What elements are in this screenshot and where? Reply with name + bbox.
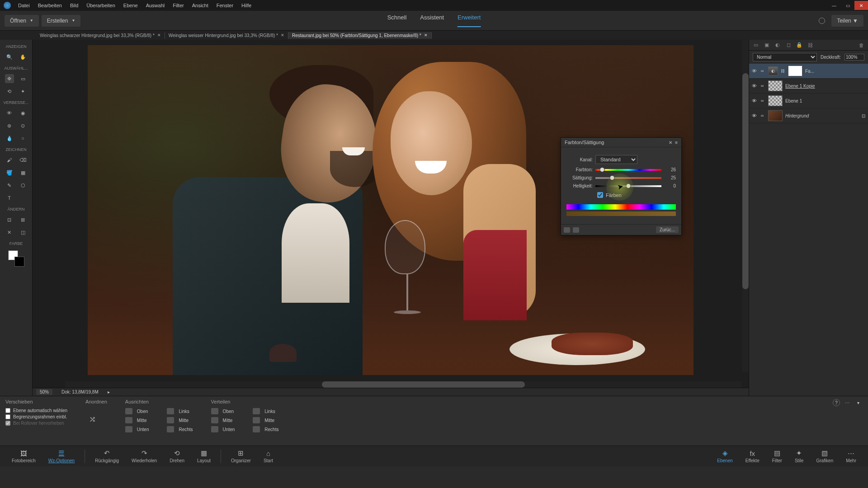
visibility-toggle-icon[interactable]: 👁 xyxy=(752,113,758,118)
home-button[interactable]: ⌂Start xyxy=(257,450,279,463)
organizer-button[interactable]: ⊞Organizer xyxy=(225,449,257,463)
layer-row[interactable]: 👁 ∞ Hintergrund ⊡ xyxy=(749,108,868,123)
adjustment-layer-icon[interactable]: ◐ xyxy=(774,42,781,48)
menu-image[interactable]: Bild xyxy=(70,3,78,8)
vertical-scrollbar[interactable] xyxy=(742,40,749,372)
menu-view[interactable]: Ansicht xyxy=(192,3,208,8)
scrollbar-thumb[interactable] xyxy=(322,381,525,388)
reset-button[interactable]: Zurüc... xyxy=(656,226,679,233)
panel-menu-icon[interactable]: ≡ xyxy=(675,140,678,145)
menu-layer[interactable]: Ebene xyxy=(123,3,138,8)
dist-center-icon[interactable] xyxy=(253,417,260,423)
menu-help[interactable]: Hilfe xyxy=(241,3,251,8)
layer-mask-icon[interactable]: ◻ xyxy=(785,42,792,48)
crop-tool-icon[interactable]: ⊡ xyxy=(5,215,14,224)
visibility-toggle-icon[interactable]: 👁 xyxy=(752,83,758,89)
background-color[interactable] xyxy=(14,257,24,267)
lock-layer-icon[interactable]: 🔒 xyxy=(796,42,802,48)
content-move-tool-icon[interactable]: ◫ xyxy=(19,228,28,237)
document-tab[interactable]: Weinglas weisser Hintergrund.jpg bei 33,… xyxy=(165,32,288,39)
dist-middle-icon[interactable] xyxy=(211,417,218,423)
marquee-tool-icon[interactable]: ▭ xyxy=(19,74,28,83)
theme-toggle-icon[interactable] xyxy=(819,18,825,24)
text-tool-icon[interactable]: T xyxy=(5,193,14,202)
align-center-icon[interactable] xyxy=(167,417,174,423)
sponge-tool-icon[interactable]: ○ xyxy=(19,134,28,143)
layer-group-icon[interactable]: ▣ xyxy=(764,42,770,48)
scrollbar-thumb[interactable] xyxy=(742,73,749,289)
link-icon[interactable]: ∞ xyxy=(761,84,765,88)
toggle-visibility-icon[interactable] xyxy=(573,227,579,233)
link-layers-icon[interactable]: ⛓ xyxy=(807,42,813,48)
delete-layer-icon[interactable]: 🗑 xyxy=(858,42,864,48)
layer-name[interactable]: Hintergrund xyxy=(785,113,859,118)
link-icon[interactable]: ∞ xyxy=(761,113,765,118)
link-icon[interactable]: ∞ xyxy=(761,69,765,73)
maximize-button[interactable]: ▭ xyxy=(841,1,854,10)
document-tab[interactable]: Restaurant.jpg bei 50% (Farbton/Sättigun… xyxy=(288,32,432,39)
lightness-value[interactable]: 0 xyxy=(664,183,676,188)
layer-thumbnail[interactable] xyxy=(768,95,783,106)
create-button[interactable]: Erstellen▼ xyxy=(42,15,81,27)
rotate-button[interactable]: ⟲Drehen xyxy=(163,449,191,463)
mode-guided[interactable]: Assistent xyxy=(420,14,444,27)
bucket-tool-icon[interactable]: 🪣 xyxy=(5,168,14,177)
link-icon[interactable]: ∞ xyxy=(761,99,765,103)
dist-right-icon[interactable] xyxy=(253,426,260,432)
dist-top-icon[interactable] xyxy=(211,408,218,414)
zoom-tool-icon[interactable]: 🔍 xyxy=(5,52,14,61)
show-bounding-checkbox[interactable] xyxy=(5,414,10,419)
help-icon[interactable]: ? xyxy=(833,399,840,406)
spot-heal-tool-icon[interactable]: ◉ xyxy=(19,108,28,117)
mask-link-icon[interactable]: ⛓ xyxy=(781,69,785,73)
panel-close-icon[interactable]: ✕ xyxy=(669,140,672,145)
close-icon[interactable]: ✕ xyxy=(424,33,428,38)
align-bottom-icon[interactable] xyxy=(125,426,132,432)
collapse-icon[interactable]: ▾ xyxy=(854,399,862,406)
shape-tool-icon[interactable]: ⬡ xyxy=(19,181,28,190)
open-button[interactable]: Öffnen▼ xyxy=(5,15,39,27)
layer-row[interactable]: 👁 ∞ ◐ ⛓ Fa... xyxy=(749,64,868,79)
colorize-checkbox[interactable] xyxy=(597,192,603,198)
document-tab[interactable]: Weinglas schwarzer Hintergrund.jpg bei 3… xyxy=(36,32,165,39)
eraser-tool-icon[interactable]: ⌫ xyxy=(19,155,28,164)
pencil-tool-icon[interactable]: ✎ xyxy=(5,181,14,190)
zoom-level[interactable]: 50% xyxy=(36,389,52,395)
layer-name[interactable]: Ebene 1 xyxy=(785,99,865,103)
effects-panel-button[interactable]: fxEffekte xyxy=(739,450,766,463)
filters-panel-button[interactable]: ▤Filter xyxy=(766,449,788,463)
menu-file[interactable]: Datei xyxy=(18,3,30,8)
align-right-icon[interactable] xyxy=(167,426,174,432)
layer-thumbnail[interactable] xyxy=(768,80,783,91)
new-layer-icon[interactable]: ▭ xyxy=(753,42,759,48)
close-icon[interactable]: ✕ xyxy=(281,33,284,38)
recompose-tool-icon[interactable]: ⊞ xyxy=(19,215,28,224)
graphics-panel-button[interactable]: ▧Grafiken xyxy=(810,449,840,463)
blend-mode-select[interactable]: Normal xyxy=(753,53,817,61)
minimize-button[interactable]: — xyxy=(827,1,841,10)
menu-select[interactable]: Auswahl xyxy=(146,3,165,8)
layer-row[interactable]: 👁 ∞ Ebene 1 Kopie xyxy=(749,79,868,94)
hue-saturation-panel[interactable]: Farbton/Sättigung ✕ ≡ Kanal: Standard Fa… xyxy=(561,137,682,235)
layer-name[interactable]: Fa... xyxy=(805,69,865,74)
layer-mask-thumbnail[interactable] xyxy=(788,66,802,76)
menu-edit[interactable]: Bearbeiten xyxy=(38,3,62,8)
menu-enhance[interactable]: Überarbeiten xyxy=(86,3,115,8)
dist-bottom-icon[interactable] xyxy=(211,426,218,432)
menu-window[interactable]: Fenster xyxy=(217,3,233,8)
layer-name[interactable]: Ebene 1 Kopie xyxy=(785,84,865,89)
clip-to-layer-icon[interactable] xyxy=(564,227,570,233)
wand-tool-icon[interactable]: ✦ xyxy=(19,87,28,96)
horizontal-scrollbar[interactable] xyxy=(65,381,741,388)
close-icon[interactable]: ✕ xyxy=(157,33,161,38)
options-menu-icon[interactable]: ⋯ xyxy=(844,399,851,406)
align-top-icon[interactable] xyxy=(125,408,132,414)
undo-button[interactable]: ↶Rückgängig xyxy=(89,449,125,463)
brush-tool-icon[interactable]: 🖌 xyxy=(5,155,14,164)
layout-button[interactable]: ▦Layout xyxy=(191,449,217,463)
photobin-button[interactable]: 🖼Fotobereich xyxy=(5,450,42,463)
mode-quick[interactable]: Schnell xyxy=(387,14,407,27)
visibility-toggle-icon[interactable]: 👁 xyxy=(752,68,758,74)
share-button[interactable]: Teilen ▼ xyxy=(831,15,863,27)
hand-tool-icon[interactable]: ✋ xyxy=(19,52,28,61)
